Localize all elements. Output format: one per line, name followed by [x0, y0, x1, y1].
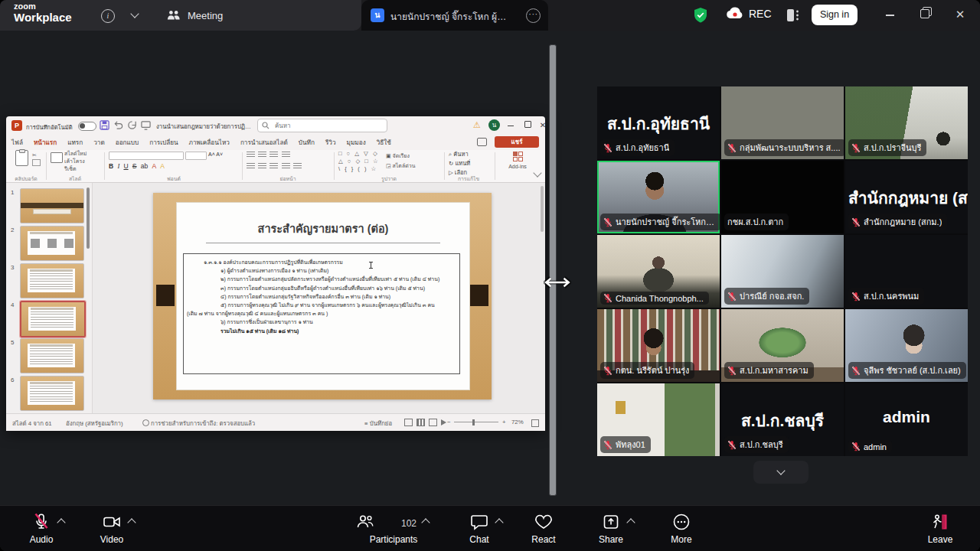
ppt-tab-home[interactable]: หน้าแรก [28, 135, 62, 152]
search-input[interactable] [273, 120, 384, 131]
fit-to-window-icon[interactable] [531, 419, 539, 427]
participant-tile[interactable]: ส.ป.ก.มหาสารคาม [721, 309, 844, 382]
ppt-tab-insert[interactable]: แทรก [62, 135, 88, 150]
view-buttons[interactable] [404, 419, 450, 426]
chat-options-chevron[interactable] [495, 518, 503, 527]
ppt-tab-draw[interactable]: วาด [88, 135, 110, 150]
font-size-select[interactable] [185, 152, 207, 160]
slideshow-icon[interactable] [441, 419, 446, 425]
slide-thumbnail-selected[interactable]: 4 [9, 300, 89, 335]
participant-tile[interactable]: พัทลุง01 [597, 383, 720, 456]
canvas-scrollbar[interactable] [541, 186, 544, 232]
copy-icon[interactable] [32, 159, 41, 166]
audio-options-chevron[interactable] [57, 518, 65, 527]
italic-button[interactable]: I [117, 162, 119, 170]
more-participants-button[interactable] [753, 461, 808, 484]
participant-tile[interactable]: กตน. นรีรัตน์ ปานรุ่ง [597, 309, 720, 382]
comments-icon[interactable] [477, 138, 487, 146]
participant-tile[interactable]: ส.ป.ก.ชลบุรี ส.ป.ก.ชลบุรี [721, 383, 844, 456]
bold-button[interactable]: B [109, 162, 113, 170]
ppt-tab-record[interactable]: บันทึก [293, 135, 320, 150]
align-left-button[interactable] [247, 163, 255, 170]
arrange-button[interactable]: ▣ จัดเรียง [386, 152, 410, 160]
window-minimize-button[interactable] [882, 8, 897, 21]
undo-icon[interactable] [113, 120, 123, 130]
ppt-tab-slideshow[interactable]: การนำเสนอสไลด์ [235, 135, 293, 150]
bullets-button[interactable] [247, 152, 255, 158]
slide-text-box[interactable]: ๑.๓.๑.๑ องค์ประกอบคณะกรรมการปฏิรูปที่ดิน… [183, 253, 460, 374]
ppt-tab-design[interactable]: ออกแบบ [110, 135, 144, 150]
participant-tile[interactable]: กลุ่มพัฒนาระบบบริหาร ส.... [721, 86, 844, 159]
new-slide-button[interactable]: สไลด์ใหม่ [64, 150, 87, 158]
view-layout-icon[interactable] [787, 9, 800, 21]
slide-thumbnail[interactable]: 3 [9, 262, 89, 298]
audio-button[interactable]: Audio [14, 512, 69, 545]
react-button[interactable]: React [516, 512, 571, 545]
slide-thumbnail[interactable]: 1 [9, 187, 89, 223]
share-options-chevron[interactable] [626, 518, 635, 527]
addins-icon[interactable] [513, 152, 523, 161]
language-indicator[interactable]: อังกฤษ (สหรัฐอเมริกา) [66, 419, 123, 428]
window-close-button[interactable]: ✕ [952, 8, 968, 21]
present-icon[interactable] [141, 120, 151, 130]
info-icon[interactable]: i [101, 9, 115, 23]
tab-meeting[interactable]: Meeting [167, 0, 223, 31]
strikethrough-button[interactable]: S [132, 162, 137, 170]
new-slide-icon[interactable] [51, 152, 63, 163]
underline-button[interactable]: U [123, 162, 128, 170]
participant-tile[interactable]: admin admin [845, 383, 968, 456]
zoom-out-button[interactable]: − [447, 419, 451, 425]
highlight-button[interactable]: A [160, 162, 165, 170]
slide-sorter-icon[interactable] [416, 419, 425, 426]
participant-tile[interactable]: สำนักกฎหมาย (ส... สำนักกฎหมาย (สกม.) [845, 161, 968, 233]
replace-button[interactable]: ↻ แทนที่ [449, 159, 492, 168]
align-center-button[interactable] [258, 163, 266, 170]
ppt-close-button[interactable]: ✕ [537, 121, 548, 129]
justify-button[interactable] [282, 163, 290, 170]
participant-tile[interactable]: จุลีพร ชัชวาลย์ (ส.ป.ก.เลย) [845, 309, 968, 382]
participant-tile[interactable]: ส.ป.ก.นครพนม [845, 235, 968, 308]
ppt-tab-review[interactable]: รีวิว [320, 135, 341, 150]
numbering-button[interactable] [258, 152, 266, 158]
ppt-minimize-button[interactable] [505, 121, 516, 129]
ppt-account-avatar[interactable]: น [488, 119, 500, 131]
current-slide[interactable]: สาระสำคัญรายมาตรา (ต่อ) ๑.๓.๑.๑ องค์ประก… [153, 193, 492, 399]
paste-icon[interactable] [15, 150, 28, 166]
video-options-chevron[interactable] [127, 518, 136, 527]
indent-button[interactable] [270, 152, 278, 158]
ppt-tab-view[interactable]: มุมมอง [341, 135, 371, 150]
ppt-share-button[interactable]: แชร์ [495, 136, 539, 148]
quick-styles-button[interactable]: ◲ สไตล์ด่วน [386, 162, 415, 170]
chevron-down-icon[interactable] [130, 9, 139, 18]
ppt-restore-button[interactable] [522, 121, 533, 129]
text-shadow-button[interactable]: ab [141, 162, 148, 170]
autosave-toggle[interactable] [78, 122, 96, 131]
shapes-gallery[interactable]: □ ○ △ ▽ ◇ △ ○ ◇ □ ☆ \ { } ( ) ☆ [338, 150, 380, 173]
reading-view-icon[interactable] [429, 419, 437, 426]
ppt-tab-transitions[interactable]: การเปลี่ยน [144, 135, 183, 150]
share-button[interactable]: Share [583, 512, 639, 545]
slide-thumbnail[interactable]: 5 [9, 337, 89, 373]
participant-tile[interactable]: Chanida Thongnobph... [597, 235, 720, 308]
font-family-select[interactable] [109, 152, 184, 160]
participant-tile[interactable]: ส.ป.ก.อุทัยธานี ส.ป.ก.อุทัยธานี [597, 86, 720, 159]
tab-options-icon[interactable]: ··· [526, 8, 541, 23]
participant-tile[interactable]: กชผ.ส.ป.ก.ตาก [721, 161, 844, 233]
window-restore-button[interactable] [917, 8, 933, 21]
reset-button[interactable]: รีเซ็ต [64, 165, 76, 173]
notes-button[interactable]: ≡ บันทึกย่อ [364, 419, 392, 428]
participants-button[interactable]: 102 Participants [366, 512, 421, 545]
collapse-ribbon-icon[interactable] [533, 168, 541, 177]
font-color-button[interactable]: A [152, 162, 156, 170]
find-button[interactable]: ⌕ ค้นหา [449, 150, 492, 159]
ppt-tab-file[interactable]: ไฟล์ [6, 135, 28, 150]
warning-icon[interactable]: ⚠ [473, 120, 481, 130]
font-grow-shrink[interactable]: A˄ A˅ [208, 151, 223, 158]
chat-button[interactable]: Chat [452, 512, 507, 545]
line-spacing-button[interactable] [282, 152, 290, 158]
thumbnail-scrollbar[interactable] [87, 187, 90, 249]
zoom-slider[interactable] [454, 422, 498, 422]
accessibility-status[interactable]: การช่วยสำหรับการเข้าถึง: ตรวจสอบแล้ว [142, 419, 255, 428]
participants-options-chevron[interactable] [421, 518, 430, 527]
participant-tile[interactable]: นายนักปราชญ์ จี๊กระโหก ผู้แท... [597, 161, 720, 233]
